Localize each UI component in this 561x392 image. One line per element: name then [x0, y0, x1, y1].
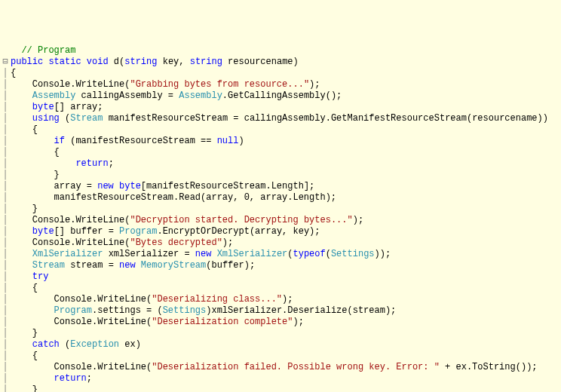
code-content: Stream stream = new MemoryStream(buffer)…: [11, 260, 255, 271]
code-content: using (Stream manifestResourceStream = c…: [11, 113, 548, 124]
token: [11, 113, 32, 124]
token: "Deserialization complete": [152, 317, 293, 327]
fold-gutter-icon: │: [0, 283, 11, 294]
token: [11, 249, 32, 259]
token: return: [54, 373, 87, 384]
token: [11, 136, 54, 146]
token: [11, 271, 32, 282]
fold-gutter-icon: │: [0, 373, 11, 384]
fold-gutter-icon: │: [0, 249, 11, 260]
token: );: [222, 237, 233, 248]
token: "Bytes decrypted": [130, 237, 222, 248]
code-line: │ byte[] buffer = Program.EncryptOrDecry…: [0, 226, 561, 237]
token: [11, 305, 54, 316]
token: string: [190, 57, 222, 67]
token: "Decryption started. Decrypting bytes...…: [130, 215, 352, 225]
token: [11, 260, 32, 271]
code-content: byte[] buffer = Program.EncryptOrDecrypt…: [11, 226, 320, 237]
token: public: [11, 57, 43, 67]
fold-gutter-icon: │: [0, 113, 11, 124]
fold-gutter-icon: │: [0, 136, 11, 147]
token: Settings: [331, 249, 375, 259]
code-line: ⊟public static void d(string key, string…: [0, 57, 561, 68]
fold-gutter-icon: │: [0, 237, 11, 249]
code-line: │ catch (Exception ex): [0, 339, 561, 351]
code-content: return;: [11, 373, 92, 384]
token: {: [11, 124, 38, 135]
code-line: // Program: [0, 45, 561, 57]
fold-gutter-icon: │: [0, 339, 11, 351]
code-content: }: [11, 328, 38, 338]
token: (buffer);: [206, 260, 255, 271]
token: Stream: [70, 113, 103, 124]
token: (: [287, 249, 293, 259]
code-content: }: [11, 384, 38, 392]
token: return: [75, 158, 108, 169]
code-content: byte[] array;: [11, 102, 103, 112]
token: if: [54, 136, 65, 146]
code-content: Console.WriteLine("Deserialization compl…: [11, 317, 304, 327]
token: {: [11, 351, 38, 361]
fold-gutter-icon[interactable]: ⊟: [0, 57, 11, 68]
token: d(: [109, 57, 125, 67]
token: null: [217, 136, 239, 146]
code-content: }: [11, 204, 38, 214]
token: );: [353, 215, 363, 225]
code-line: │ Console.WriteLine("Grabbing bytes from…: [0, 79, 561, 90]
code-line: │ Console.WriteLine("Decryption started.…: [0, 215, 561, 226]
code-line: │ {: [0, 283, 561, 294]
token: (: [326, 249, 331, 259]
token: key,: [157, 57, 189, 67]
fold-gutter-icon: │: [0, 328, 11, 339]
token: Console.WriteLine(: [11, 237, 130, 248]
token: );: [309, 79, 320, 90]
token: {: [11, 68, 16, 78]
code-line: │ {: [0, 351, 561, 362]
token: ;: [109, 158, 114, 169]
code-content: public static void d(string key, string …: [11, 57, 299, 67]
token: xmlSerializer =: [103, 249, 195, 259]
token: Console.WriteLine(: [11, 362, 152, 372]
token: [11, 90, 32, 101]
token: Program: [54, 305, 92, 316]
token: "Deserialization failed. Possible wrong …: [152, 362, 440, 372]
token: static: [48, 57, 81, 67]
fold-gutter-icon: │: [0, 215, 11, 226]
token: string: [124, 57, 157, 67]
code-editor: // Program⊟public static void d(string k…: [0, 45, 561, 392]
code-line: │{: [0, 68, 561, 79]
token: [211, 249, 216, 259]
token: XmlSerializer: [217, 249, 288, 259]
fold-gutter-icon: │: [0, 102, 11, 113]
fold-gutter-icon: │: [0, 124, 11, 136]
code-content: XmlSerializer xmlSerializer = new XmlSer…: [11, 249, 391, 259]
token: (manifestResourceStream ==: [65, 136, 217, 146]
code-content: if (manifestResourceStream == null): [11, 136, 244, 146]
code-content: Program.settings = (Settings)xmlSerializ…: [11, 305, 396, 316]
token: [114, 181, 119, 191]
token: Console.WriteLine(: [11, 294, 152, 305]
token: MemoryStream: [141, 260, 206, 271]
fold-gutter-icon: │: [0, 226, 11, 237]
token: [11, 158, 75, 169]
code-content: array = new byte[manifestResourceStream.…: [11, 181, 314, 191]
token: manifestResourceStream.Read(array, 0, ar…: [11, 192, 336, 203]
fold-gutter-icon: │: [0, 147, 11, 158]
token: }: [11, 170, 60, 180]
token: Console.WriteLine(: [11, 317, 152, 327]
code-content: }: [11, 170, 60, 180]
token: ));: [375, 249, 391, 259]
code-line: │ Console.WriteLine("Deserialization com…: [0, 317, 561, 328]
token: typeof: [293, 249, 326, 259]
token: Assembly: [179, 90, 222, 101]
token: Console.WriteLine(: [11, 79, 130, 90]
token: // Program: [21, 45, 75, 56]
token: Settings: [163, 305, 207, 316]
code-content: // Program: [11, 45, 75, 56]
token: .settings = (: [92, 305, 163, 316]
token: byte: [32, 102, 54, 112]
token: callingAssembly =: [75, 90, 179, 101]
fold-gutter-icon: │: [0, 68, 11, 79]
code-content: Console.WriteLine("Bytes decrypted");: [11, 237, 233, 248]
code-line: │ Console.WriteLine("Deserializing class…: [0, 294, 561, 305]
